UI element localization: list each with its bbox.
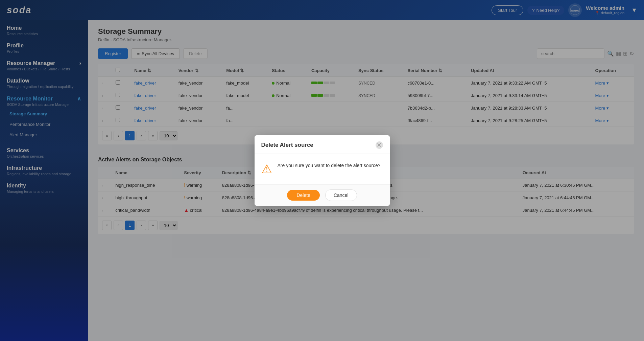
modal-title: Delete Alert source <box>261 142 313 149</box>
modal-footer: Delete Cancel <box>255 184 390 206</box>
modal-cancel-button[interactable]: Cancel <box>325 189 357 201</box>
modal-header: Delete Alert source ✕ <box>255 135 390 154</box>
modal-close-button[interactable]: ✕ <box>376 141 383 149</box>
modal-delete-button[interactable]: Delete <box>287 190 319 201</box>
delete-alert-modal: Delete Alert source ✕ ⚠ Are you sure you… <box>255 135 390 206</box>
modal-body: ⚠ Are you sure you want to delete the al… <box>255 154 390 184</box>
modal-message: Are you sure you want to delete the aler… <box>278 162 381 169</box>
warning-triangle-icon: ⚠ <box>261 162 272 176</box>
modal-overlay: Delete Alert source ✕ ⚠ Are you sure you… <box>0 0 644 341</box>
